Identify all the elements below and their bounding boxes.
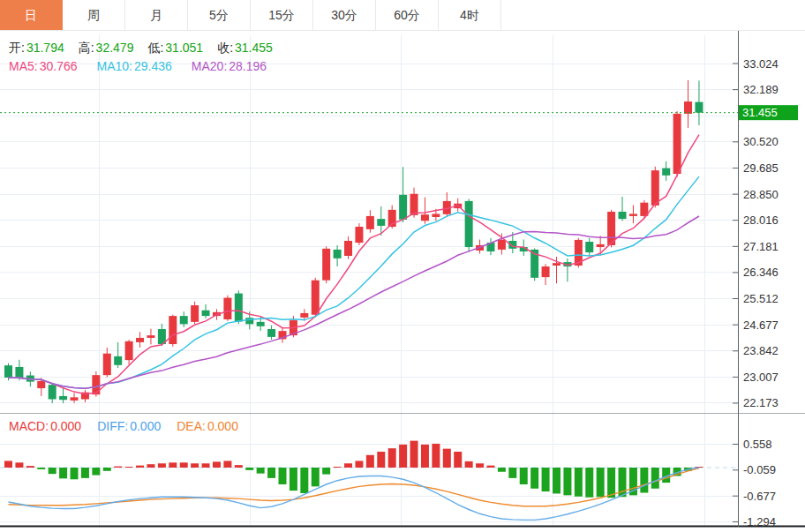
macd-bar xyxy=(421,445,429,468)
macd-row-item: MACD:0.000 xyxy=(9,419,81,433)
macd-axis-label: -0.677 xyxy=(743,490,776,503)
chart-canvas[interactable]: 33.02432.18930.52029.68528.85028.01627.1… xyxy=(0,0,805,532)
macd-bar xyxy=(312,468,320,486)
candle xyxy=(125,340,133,364)
candle xyxy=(114,342,122,368)
tab-day[interactable]: 日 xyxy=(0,0,63,30)
candle xyxy=(388,206,396,229)
ohlc-row-item: 高:32.479 xyxy=(79,41,134,56)
macd-bar xyxy=(59,468,67,478)
candle xyxy=(81,390,89,402)
candle xyxy=(235,290,243,324)
candle xyxy=(542,264,550,285)
macd-bar xyxy=(71,468,79,479)
macd-bar xyxy=(235,465,243,468)
ma10-line xyxy=(9,176,700,388)
candle xyxy=(191,302,199,325)
macd-bar xyxy=(15,462,23,468)
candle xyxy=(585,238,593,256)
candle xyxy=(366,210,374,233)
macd-bar xyxy=(147,464,154,468)
candle xyxy=(421,198,429,224)
macd-bar xyxy=(300,468,308,493)
indicator-value: 0.000 xyxy=(207,419,238,433)
macd-axis-label: 0.558 xyxy=(743,438,772,451)
tab-4hour[interactable]: 4时 xyxy=(439,0,501,30)
ohlc-info-row: 开:31.794高:32.479低:31.051收:31.455 xyxy=(9,41,273,56)
candle xyxy=(136,332,144,348)
macd-bar xyxy=(4,461,12,468)
macd-bar xyxy=(432,444,440,468)
indicator-label: DIFF: xyxy=(97,419,128,433)
candle xyxy=(103,348,111,378)
tab-5min[interactable]: 5分 xyxy=(188,0,251,30)
y-axis-label: 32.189 xyxy=(743,83,779,96)
candle xyxy=(673,111,681,177)
candle xyxy=(486,238,494,256)
macd-bar xyxy=(202,463,210,468)
y-axis-label: 26.346 xyxy=(743,266,779,279)
candle xyxy=(597,236,605,255)
tab-month[interactable]: 月 xyxy=(125,0,188,30)
macd-bar xyxy=(26,466,34,468)
macd-bar xyxy=(81,468,89,478)
indicator-label: MA5: xyxy=(9,59,38,73)
macd-bar xyxy=(399,445,407,468)
macd-bar xyxy=(114,467,122,468)
candle xyxy=(223,296,231,321)
candle xyxy=(202,304,210,318)
dea-line xyxy=(9,468,700,506)
macd-bar xyxy=(37,468,45,469)
candle xyxy=(59,388,67,403)
macd-bar xyxy=(597,468,605,497)
tab-60min[interactable]: 60分 xyxy=(376,0,439,30)
tab-15min[interactable]: 15分 xyxy=(251,0,313,30)
trading-chart-app: 日周月5分15分30分60分4时 33.02432.18930.52029.68… xyxy=(0,0,805,532)
ma-row-item: MA10:29.436 xyxy=(97,59,172,73)
macd-bar xyxy=(169,462,177,468)
candle xyxy=(399,167,407,222)
macd-bar xyxy=(563,468,571,495)
indicator-label: 收: xyxy=(217,41,233,55)
indicator-value: 29.436 xyxy=(134,59,172,73)
tab-30min[interactable]: 30分 xyxy=(313,0,376,30)
candle xyxy=(662,161,670,181)
candle xyxy=(147,329,154,345)
gridlines xyxy=(0,35,738,526)
candle xyxy=(563,259,571,282)
indicator-value: 31.455 xyxy=(235,41,273,55)
y-axis-label: 27.181 xyxy=(743,240,779,253)
current-price-tag: 31.455 xyxy=(739,105,798,120)
candle xyxy=(695,80,703,125)
y-axis-label: 22.173 xyxy=(743,396,779,409)
macd-bar xyxy=(476,463,484,468)
macd-bar xyxy=(575,468,583,497)
macd-bar xyxy=(191,463,199,468)
indicator-label: 低: xyxy=(147,41,163,55)
candle xyxy=(322,246,330,283)
candle xyxy=(344,236,352,259)
macd-bar xyxy=(180,462,188,468)
candle xyxy=(619,197,627,221)
candle xyxy=(443,192,451,217)
macd-bar xyxy=(443,449,451,468)
y-axis-label: 25.512 xyxy=(743,292,779,305)
macd-bar xyxy=(585,468,593,498)
macd-bar xyxy=(267,468,275,478)
macd-bar xyxy=(454,452,462,468)
current-price-tag-value: 31.455 xyxy=(742,106,778,119)
macd-bar xyxy=(607,468,615,498)
ma-info-row: MA5:30.766MA10:29.436MA20:28.196 xyxy=(9,59,267,73)
y-axis-label: 28.850 xyxy=(743,188,779,201)
macd-bar xyxy=(92,468,100,476)
indicator-label: 高: xyxy=(79,41,94,55)
tab-week[interactable]: 周 xyxy=(63,0,125,30)
ma5-line xyxy=(9,135,700,394)
ohlc-row-item: 低:31.051 xyxy=(147,41,203,56)
macd-bar xyxy=(334,467,342,468)
ohlc-row-item: 收:31.455 xyxy=(217,41,273,56)
y-axis-label: 24.677 xyxy=(743,318,779,332)
macd-bar xyxy=(530,468,538,489)
macd-row-item: DIFF:0.000 xyxy=(97,419,161,433)
ma-row-item: MA5:30.766 xyxy=(9,59,78,73)
